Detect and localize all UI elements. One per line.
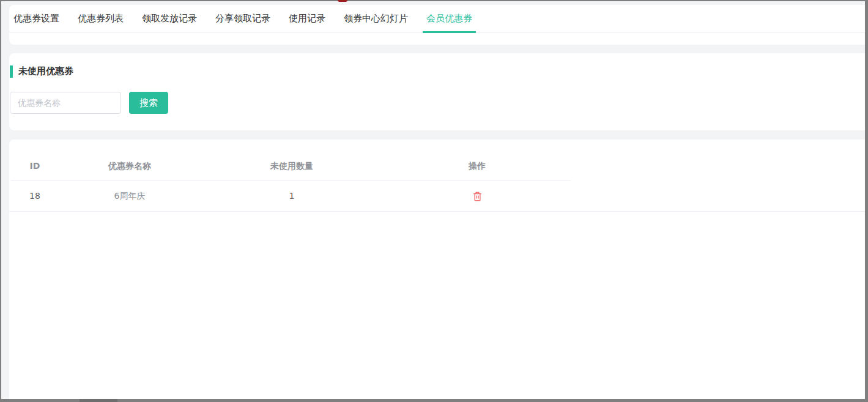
table-card: ID 优惠券名称 未使用数量 操作 18 6周年庆 1 — [9, 140, 865, 399]
tab-share-records[interactable]: 分享领取记录 — [212, 5, 274, 32]
tab-coupon-settings[interactable]: 优惠券设置 — [10, 5, 63, 32]
tab-member-coupons[interactable]: 会员优惠券 — [423, 5, 476, 32]
app-window: 优惠券设置 优惠券列表 领取发放记录 分享领取记录 使用记录 领券中心幻灯片 会… — [0, 0, 868, 402]
coupon-name-input[interactable] — [10, 92, 121, 114]
cell-id: 18 — [10, 181, 59, 211]
column-header-action: 操作 — [384, 152, 571, 181]
page-background: 优惠券设置 优惠券列表 领取发放记录 分享领取记录 使用记录 领券中心幻灯片 会… — [1, 1, 865, 399]
tab-claim-records[interactable]: 领取发放记录 — [138, 5, 201, 32]
section-accent-bar — [10, 65, 13, 78]
column-header-unused: 未使用数量 — [200, 152, 384, 181]
horizontal-scrollbar-thumb[interactable] — [80, 399, 117, 402]
delete-button[interactable] — [472, 190, 483, 203]
tab-coupon-list[interactable]: 优惠券列表 — [74, 5, 127, 32]
cell-unused-count: 1 — [200, 181, 384, 211]
table-header-row: ID 优惠券名称 未使用数量 操作 — [10, 152, 571, 181]
cell-action — [384, 181, 571, 211]
column-header-id: ID — [10, 152, 59, 181]
table-row: 18 6周年庆 1 — [9, 181, 865, 212]
search-card: 未使用优惠券 搜索 — [9, 53, 865, 130]
trash-icon — [473, 192, 482, 201]
section-header: 未使用优惠券 — [10, 65, 865, 78]
column-header-name: 优惠券名称 — [59, 152, 200, 181]
tab-coupon-center-slides[interactable]: 领券中心幻灯片 — [340, 5, 412, 32]
tab-bar: 优惠券设置 优惠券列表 领取发放记录 分享领取记录 使用记录 领券中心幻灯片 会… — [9, 5, 865, 32]
tab-usage-records[interactable]: 使用记录 — [285, 5, 329, 32]
window-top-red-fragment — [338, 0, 347, 2]
search-row: 搜索 — [10, 92, 865, 114]
search-button[interactable]: 搜索 — [129, 92, 168, 114]
section-title: 未使用优惠券 — [18, 65, 73, 77]
tabs-card: 优惠券设置 优惠券列表 领取发放记录 分享领取记录 使用记录 领券中心幻灯片 会… — [9, 5, 865, 45]
cell-coupon-name: 6周年庆 — [59, 181, 200, 211]
